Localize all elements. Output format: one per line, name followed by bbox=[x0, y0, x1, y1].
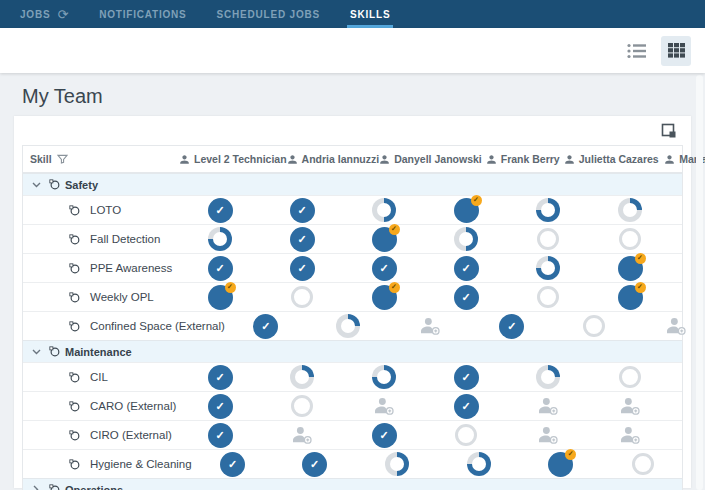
status-complete-icon[interactable]: ✓ bbox=[208, 256, 233, 281]
skill-label: CIL bbox=[90, 371, 108, 383]
person-icon bbox=[287, 154, 298, 165]
nav-item-notifications[interactable]: NOTIFICATIONS bbox=[99, 0, 186, 28]
status-complete-icon[interactable]: ✓ bbox=[454, 365, 479, 390]
status-progress-75-icon[interactable] bbox=[536, 198, 560, 222]
filter-icon[interactable] bbox=[57, 154, 68, 164]
skill-name-cell[interactable]: Weekly OPL bbox=[23, 291, 179, 303]
status-progress-25-icon[interactable] bbox=[536, 365, 560, 389]
member-column-header[interactable]: Julietta Cazares bbox=[564, 153, 659, 165]
member-column-header[interactable]: Danyell Janowski bbox=[379, 153, 482, 165]
group-row-safety[interactable]: Safety bbox=[23, 173, 682, 195]
skill-name-cell[interactable]: LOTO bbox=[23, 204, 179, 216]
status-cell bbox=[589, 198, 671, 222]
status-not-started-icon[interactable] bbox=[291, 395, 313, 417]
status-complete-icon[interactable]: ✓ bbox=[302, 452, 327, 477]
status-progress-25-icon[interactable] bbox=[336, 314, 360, 338]
skill-name-cell[interactable]: PPE Awareness bbox=[23, 262, 179, 274]
status-cell bbox=[307, 314, 389, 338]
status-complete-icon[interactable]: ✓ bbox=[499, 314, 524, 339]
group-expander[interactable] bbox=[23, 182, 49, 188]
status-complete-expiring-icon[interactable]: ✓ bbox=[454, 198, 479, 223]
status-complete-icon[interactable]: ✓ bbox=[454, 394, 479, 419]
nav-item-skills[interactable]: SKILLS bbox=[350, 0, 390, 28]
skill-name-cell[interactable]: CARO (External) bbox=[23, 400, 179, 412]
status-complete-icon[interactable]: ✓ bbox=[290, 227, 315, 252]
status-not-started-icon[interactable] bbox=[619, 366, 641, 388]
status-complete-icon[interactable]: ✓ bbox=[220, 452, 245, 477]
page-scrollbar[interactable] bbox=[696, 75, 703, 490]
skill-name-cell[interactable]: Fall Detection bbox=[23, 233, 179, 245]
status-progress-75-icon[interactable] bbox=[536, 256, 560, 280]
status-complete-icon[interactable]: ✓ bbox=[454, 285, 479, 310]
status-progress-50-icon[interactable] bbox=[385, 452, 409, 476]
person-add-glyph bbox=[619, 426, 641, 444]
assign-person-icon[interactable] bbox=[619, 426, 641, 444]
assign-person-icon[interactable] bbox=[291, 426, 313, 444]
status-cell bbox=[179, 227, 261, 251]
status-not-started-icon[interactable] bbox=[619, 228, 641, 250]
status-complete-expiring-icon[interactable]: ✓ bbox=[372, 285, 397, 310]
status-complete-expiring-icon[interactable]: ✓ bbox=[372, 227, 397, 252]
assign-person-icon[interactable] bbox=[665, 317, 687, 335]
status-cell bbox=[261, 426, 343, 444]
status-complete-icon[interactable]: ✓ bbox=[290, 256, 315, 281]
assign-person-icon[interactable] bbox=[619, 397, 641, 415]
status-complete-icon[interactable]: ✓ bbox=[208, 365, 233, 390]
refresh-icon[interactable]: ⟳ bbox=[57, 8, 69, 21]
skill-row: PPE Awareness✓✓✓✓✓ bbox=[23, 253, 682, 282]
status-not-started-icon[interactable] bbox=[583, 315, 605, 337]
table-view-button[interactable] bbox=[661, 36, 691, 66]
status-complete-icon[interactable]: ✓ bbox=[290, 198, 315, 223]
status-not-started-icon[interactable] bbox=[455, 424, 477, 446]
skill-name-cell[interactable]: CIL bbox=[23, 371, 179, 383]
skill-cert-icon bbox=[69, 430, 80, 441]
status-progress-50-icon[interactable] bbox=[454, 227, 478, 251]
status-not-started-icon[interactable] bbox=[632, 453, 654, 475]
list-view-button[interactable] bbox=[622, 36, 652, 66]
status-complete-expiring-icon[interactable]: ✓ bbox=[548, 452, 573, 477]
status-progress-75-icon[interactable] bbox=[467, 452, 491, 476]
status-progress-25-icon[interactable] bbox=[290, 365, 314, 389]
status-complete-icon[interactable]: ✓ bbox=[372, 423, 397, 448]
export-table-button[interactable] bbox=[659, 121, 679, 141]
skill-name-cell[interactable]: Confined Space (External) bbox=[23, 320, 225, 332]
skill-column-header[interactable]: Skill bbox=[23, 153, 179, 165]
assign-person-icon[interactable] bbox=[537, 426, 559, 444]
assign-person-icon[interactable] bbox=[537, 397, 559, 415]
status-complete-expiring-icon[interactable]: ✓ bbox=[618, 285, 643, 310]
status-progress-50-icon[interactable] bbox=[372, 198, 396, 222]
group-expander[interactable] bbox=[23, 349, 49, 355]
status-complete-icon[interactable]: ✓ bbox=[253, 314, 278, 339]
group-row-maintenance[interactable]: Maintenance bbox=[23, 340, 682, 362]
nav-item-scheduled-jobs[interactable]: SCHEDULED JOBS bbox=[217, 0, 320, 28]
status-complete-icon[interactable]: ✓ bbox=[372, 256, 397, 281]
status-progress-25-icon[interactable] bbox=[618, 198, 642, 222]
status-complete-expiring-icon[interactable]: ✓ bbox=[618, 256, 643, 281]
status-complete-icon[interactable]: ✓ bbox=[208, 198, 233, 223]
skill-name-cell[interactable]: CIRO (External) bbox=[23, 429, 179, 441]
group-row-operations[interactable]: Operations bbox=[23, 478, 682, 490]
nav-item-jobs[interactable]: JOBS ⟳ bbox=[20, 0, 69, 28]
status-complete-icon[interactable]: ✓ bbox=[208, 423, 233, 448]
group-expander[interactable] bbox=[23, 485, 49, 490]
status-complete-icon[interactable]: ✓ bbox=[454, 256, 479, 281]
status-cell: ✓ bbox=[274, 452, 356, 477]
skill-name-cell[interactable]: Hygiene & Cleaning bbox=[23, 458, 192, 470]
skill-label: Weekly OPL bbox=[90, 291, 154, 303]
status-complete-expiring-icon[interactable]: ✓ bbox=[208, 285, 233, 310]
status-complete-icon[interactable]: ✓ bbox=[208, 394, 233, 419]
skills-matrix-table: Skill Level 2 TechnicianAndria IannuzziD… bbox=[22, 145, 683, 490]
assign-person-icon[interactable] bbox=[419, 317, 441, 335]
member-column-header[interactable]: Frank Berry bbox=[482, 153, 564, 165]
assign-person-icon[interactable] bbox=[373, 397, 395, 415]
status-cell: ✓ bbox=[179, 394, 261, 419]
status-progress-75-icon[interactable] bbox=[208, 227, 232, 251]
status-cell: ✓ bbox=[425, 285, 507, 310]
member-column-header[interactable]: Andria Iannuzzi bbox=[287, 153, 380, 165]
status-not-started-icon[interactable] bbox=[537, 228, 559, 250]
status-not-started-icon[interactable] bbox=[291, 286, 313, 308]
status-not-started-icon[interactable] bbox=[537, 286, 559, 308]
member-column-header[interactable]: Level 2 Technician bbox=[179, 153, 287, 165]
status-progress-75-icon[interactable] bbox=[372, 365, 396, 389]
status-cell: ✓ bbox=[179, 256, 261, 281]
